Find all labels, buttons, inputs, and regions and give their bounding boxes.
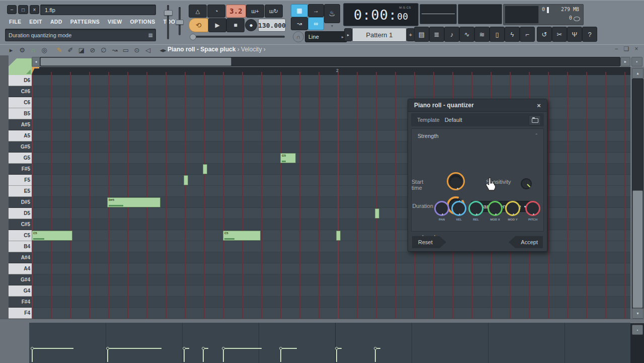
record-button[interactable]: ● [245,19,257,31]
browser-button[interactable]: ▯ [490,27,505,42]
close-button[interactable]: × [30,5,39,14]
pr-close-button[interactable]: × [633,45,640,52]
menu-arrow-icon[interactable]: ▸ [6,45,16,54]
level-knob-mod-x[interactable] [488,201,503,216]
playback-tool-icon[interactable]: ◁ [143,45,153,54]
piano-key-cs6[interactable]: C#6 [9,86,32,97]
velocity-stem[interactable] [107,348,108,362]
menu-patterns[interactable]: PATTERNS [66,19,104,25]
song-position-slider[interactable] [190,36,285,38]
piano-key-c6[interactable]: C6 [9,97,32,108]
scroll-down-button[interactable]: ▾ [632,308,643,319]
velocity-stem[interactable] [32,348,33,362]
velocity-stem[interactable] [203,348,204,362]
snap-magnet[interactable]: ∩ [293,31,304,42]
menu-file[interactable]: FILE [5,19,25,25]
midi-note[interactable]: C5 [223,231,261,241]
piano-key-as5[interactable]: A#5 [9,119,32,130]
start-time-knob[interactable] [447,172,465,190]
velocity-lane[interactable] [29,323,630,363]
channel-rack-button[interactable]: ≣ [429,27,444,42]
level-knob-rel[interactable] [468,201,484,216]
link-button[interactable]: ∞ [308,17,324,30]
tools-icon[interactable]: ⚙ [17,45,27,54]
zoom-tool-icon[interactable]: ⊙ [132,45,142,54]
breadcrumb-target[interactable]: Velocity [241,46,262,53]
minimize-button[interactable]: − [7,5,17,14]
delete-tool-icon[interactable]: ⊘ [88,45,98,54]
midi-note[interactable] [203,164,207,174]
piano-key-as4[interactable]: A#4 [9,252,32,263]
piano-key-f4[interactable]: F4 [9,308,32,319]
midi-note[interactable]: G5 [280,153,296,163]
template-value[interactable]: Default [440,117,462,123]
undo-button[interactable]: ↺ [537,27,552,42]
template-browse-button[interactable] [529,115,541,125]
stamp-tool-icon[interactable]: ◪ [76,45,87,54]
h-scroll-thumb[interactable] [40,57,231,66]
lane-menu-button[interactable]: ▪ [632,325,643,335]
draw-tool-icon[interactable]: ✎ [54,45,64,54]
piano-key-d5[interactable]: D5 [9,208,32,219]
master-volume-thumb[interactable] [164,10,173,16]
piano-key-f5[interactable]: F5 [9,175,32,186]
piano-key-a5[interactable]: A5 [9,130,32,141]
piano-key-b5[interactable]: B5 [9,108,32,119]
midi-note[interactable]: D#5 [107,197,160,207]
collapse-icon[interactable]: ⌃ [534,133,538,138]
piano-key-g5[interactable]: G5 [9,153,32,164]
velocity-stem[interactable] [336,348,337,362]
pr-detach-button[interactable]: ❏ [623,45,630,52]
help-button[interactable]: ? [582,27,597,42]
snap-magnet-icon[interactable]: ∩ [28,45,38,54]
pattern-selector[interactable]: Pattern 1 [352,28,407,42]
maximize-button[interactable]: □ [18,5,28,14]
loop-record-button[interactable]: ш↻ [265,5,283,18]
select-tool-icon[interactable]: ▭ [121,45,131,54]
reset-button[interactable]: Reset [412,236,446,248]
tempo-display[interactable]: 130.000 [258,19,286,32]
scroll-up-button[interactable]: ▴ [632,68,643,79]
velocity-stem[interactable] [184,348,185,362]
mixer-button[interactable]: ≋ [474,27,490,42]
pr-minimize-button[interactable]: − [613,45,620,52]
midi-note[interactable] [184,175,188,185]
stamp-mode-icon[interactable]: ◎ [39,45,49,54]
time-display[interactable]: 0:00:00 M:S:CS [343,3,419,26]
master-pitch-thumb[interactable] [176,20,184,25]
piano-key-ds5[interactable]: D#5 [9,197,32,208]
cut-button[interactable]: ✂ [552,27,567,42]
midi-note[interactable] [336,231,341,241]
level-knob-vel[interactable] [451,201,466,216]
paint-tool-icon[interactable]: ✐ [65,45,75,54]
precount-display[interactable]: 3.2 [226,5,246,18]
piano-key-b4[interactable]: B4 [9,241,32,252]
playlist-button[interactable]: ▤ [414,27,429,42]
stop-button[interactable]: ■ [226,18,245,32]
piano-key-gs4[interactable]: G#4 [9,274,32,285]
midi-note[interactable] [375,208,379,219]
playhead-marker[interactable] [31,67,39,75]
piano-roll-button[interactable]: ♪ [444,27,459,42]
menu-options[interactable]: OPTIONS [126,19,159,25]
velocity-stem[interactable] [375,348,376,362]
piano-key-d6[interactable]: D6 [9,75,32,86]
record-audio-button[interactable]: Ψ [567,27,582,42]
sensitivity-knob[interactable] [521,178,532,189]
piano-key-gs5[interactable]: G#5 [9,141,32,153]
metronome-button[interactable]: △ [189,5,207,18]
slide-button[interactable]: ↝ [291,17,308,30]
plugin-picker-button[interactable]: ϟ [505,27,520,42]
level-knob-mod-y[interactable] [505,201,520,216]
play-button[interactable]: ▶ [208,18,226,32]
piano-key-c5[interactable]: C5 [9,230,32,241]
quantizer-title-bar[interactable]: Piano roll - quantizer × [408,99,547,112]
pattern-prev-button[interactable]: ▸ [344,28,352,41]
song-position-knob[interactable] [190,34,196,40]
project-tab[interactable]: 1.flp [40,5,156,15]
accept-button[interactable]: Accept [509,236,543,248]
hat-button[interactable]: ♨ [324,4,340,23]
piano-key-fs5[interactable]: F#5 [9,164,32,175]
level-knob-pitch[interactable] [525,201,540,216]
scroll-right-button[interactable]: ▸ [620,57,630,66]
